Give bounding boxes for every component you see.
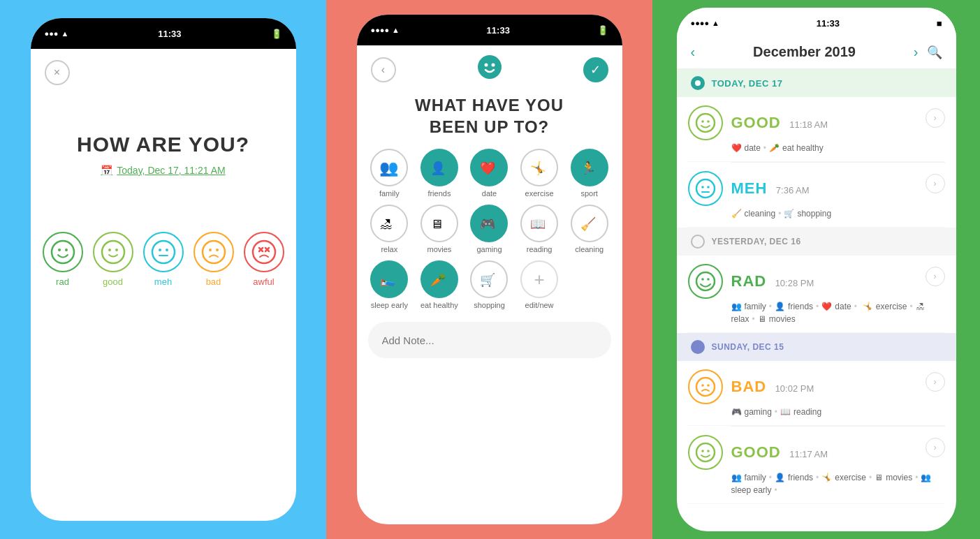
- svg-point-20: [491, 64, 495, 67]
- wifi-icon-3: ▲: [712, 19, 719, 27]
- activity-shopping[interactable]: 🛒 shopping: [468, 260, 511, 309]
- entry-face-good: [688, 105, 723, 140]
- svg-point-19: [484, 64, 488, 67]
- entry-bad-sunday: BAD 10:02 PM 🎮 gaming • 📖 reading ›: [688, 361, 945, 426]
- add-note-input[interactable]: [368, 322, 611, 358]
- mood-label-bad: bad: [206, 276, 221, 287]
- entry-mood-label-rad: RAD: [731, 272, 767, 290]
- svg-point-11: [209, 249, 212, 251]
- activity-eat-healthy[interactable]: 🥕 eat healthy: [418, 260, 461, 309]
- activity-exercise[interactable]: 🤸 exercise: [518, 149, 561, 198]
- yesterday-entries: RAD 10:28 PM 👥 family • 👤 friends • ❤️ d…: [677, 256, 956, 333]
- today-label: TODAY, DEC 17: [712, 78, 783, 89]
- yesterday-banner: YESTERDAY, DEC 16: [677, 228, 956, 256]
- activities-grid: 👥 family 👤 friends ❤️ date: [368, 149, 611, 309]
- activity-gaming[interactable]: 🎮 gaming: [468, 205, 511, 253]
- mood-face-center: [476, 54, 503, 86]
- svg-point-40: [707, 186, 710, 189]
- activity-icon-exercise: 🤸: [520, 149, 558, 186]
- time-display-2: 11:33: [487, 25, 510, 36]
- back-button[interactable]: ‹: [371, 57, 396, 82]
- activity-edit-new[interactable]: + edit/new: [518, 260, 561, 309]
- activity-cleaning[interactable]: 🧹 cleaning: [568, 205, 611, 253]
- entry-mood-bad-row: BAD 10:02 PM: [731, 378, 814, 396]
- calendar-icon: 📅: [101, 165, 112, 176]
- signal-icons-3: ●●●● ▲: [691, 19, 719, 27]
- activity-friends[interactable]: 👤 friends: [418, 149, 461, 198]
- next-month-button[interactable]: ›: [914, 44, 919, 60]
- mood-awful[interactable]: awful: [244, 232, 284, 287]
- entry-face-meh: [688, 171, 723, 206]
- tag-icon-cleaning: 🧹: [731, 209, 742, 219]
- svg-point-34: [695, 80, 701, 86]
- entry-expand-button-good-sunday[interactable]: ›: [926, 438, 945, 457]
- svg-text:🛌: 🛌: [380, 272, 396, 288]
- entry-expand-button-bad[interactable]: ›: [926, 372, 945, 392]
- entry-time-rad: 10:28 PM: [775, 278, 814, 288]
- entry-mood-good-row: GOOD 11:18 AM: [731, 114, 828, 132]
- activity-relax[interactable]: 🏖 relax: [368, 205, 411, 253]
- svg-text:👥: 👥: [379, 158, 399, 177]
- svg-point-12: [216, 249, 219, 251]
- mood-bad[interactable]: bad: [193, 232, 234, 287]
- entry-expand-button-rad[interactable]: ›: [926, 267, 945, 286]
- mood-meh[interactable]: meh: [143, 232, 184, 287]
- entry-expand-button-good[interactable]: ›: [926, 108, 945, 128]
- activity-movies[interactable]: 🖥 movies: [418, 205, 461, 253]
- status-bar-2: ●●●● ▲ 11:33 🔋: [357, 15, 622, 45]
- sunday-entries: BAD 10:02 PM 🎮 gaming • 📖 reading ›: [677, 361, 956, 504]
- entry-mood-rad-row: RAD 10:28 PM: [731, 272, 814, 290]
- svg-text:🥕: 🥕: [430, 272, 446, 288]
- activity-label-sleep-early: sleep early: [371, 301, 408, 309]
- svg-point-48: [696, 443, 715, 462]
- svg-point-10: [203, 241, 225, 263]
- activity-icon-cleaning: 🧹: [571, 205, 608, 242]
- activity-label-sport: sport: [580, 189, 597, 198]
- entry-face-good-sunday: [688, 435, 723, 470]
- svg-point-39: [701, 186, 704, 189]
- activity-sleep-early[interactable]: 🛌 sleep early: [368, 260, 411, 309]
- activity-label-reading: reading: [527, 245, 553, 253]
- svg-text:🛒: 🛒: [480, 272, 496, 288]
- check-icon: ✓: [590, 62, 601, 77]
- mood-rad[interactable]: rad: [43, 232, 83, 287]
- tag-label-shopping: shopping: [797, 209, 831, 219]
- activity-family[interactable]: 👥 family: [368, 149, 411, 198]
- activity-sport[interactable]: 🏃 sport: [568, 149, 611, 198]
- svg-point-35: [696, 114, 715, 132]
- wifi-icon-2: ▲: [392, 26, 400, 34]
- svg-point-0: [52, 241, 74, 263]
- svg-text:📖: 📖: [530, 216, 546, 232]
- entry-face-rad: [688, 264, 723, 299]
- phone-1: ●●● ▲ 11:33 🔋 × HOW ARE YOU? 📅 Today, De…: [31, 18, 296, 521]
- mood-face-rad: [43, 232, 83, 272]
- date-label[interactable]: Today, Dec 17, 11:21 AM: [117, 165, 225, 176]
- svg-text:🏖: 🏖: [380, 217, 393, 231]
- activity-icon-sleep-early: 🛌: [370, 260, 408, 298]
- check-button[interactable]: ✓: [583, 57, 608, 82]
- phone2-header: ‹ ✓: [368, 45, 611, 94]
- entry-expand-button-meh[interactable]: ›: [926, 174, 945, 193]
- entry-header-rad: RAD 10:28 PM: [688, 264, 945, 299]
- entry-good-today: GOOD 11:18 AM ❤️ date • 🥕 eat healthy ›: [688, 97, 945, 162]
- svg-point-18: [478, 55, 502, 79]
- activity-label-exercise: exercise: [525, 189, 554, 198]
- phone2-content: ‹ ✓ WHAT HAVE YOU BEEN UP TO?: [357, 45, 622, 524]
- entry-face-bad: [688, 369, 723, 404]
- search-icon[interactable]: 🔍: [927, 45, 942, 60]
- mood-face-meh: [143, 232, 184, 272]
- entry-good-sunday: GOOD 11:17 AM 👥 family • 👤 friends • 🤸 e…: [688, 427, 945, 504]
- status-bar-3: ●●●● ▲ 11:33 ■: [677, 8, 956, 38]
- mood-good[interactable]: good: [93, 232, 133, 287]
- panel-calendar: ●●●● ▲ 11:33 ■ ‹ December 2019 › 🔍 TODAY…: [652, 0, 980, 539]
- entry-tags-good: ❤️ date • 🥕 eat healthy: [731, 143, 945, 153]
- today-banner: TODAY, DEC 17: [677, 69, 956, 97]
- activity-date[interactable]: ❤️ date: [468, 149, 511, 198]
- activity-icon-shopping: 🛒: [470, 260, 508, 298]
- prev-month-button[interactable]: ‹: [691, 44, 696, 60]
- activity-reading[interactable]: 📖 reading: [518, 205, 561, 253]
- entry-tags-rad: 👥 family • 👤 friends • ❤️ date • 🤸 exerc…: [731, 302, 945, 324]
- close-button[interactable]: ×: [45, 60, 70, 85]
- mood-face-awful: [244, 232, 284, 272]
- activity-icon-reading: 📖: [520, 205, 558, 242]
